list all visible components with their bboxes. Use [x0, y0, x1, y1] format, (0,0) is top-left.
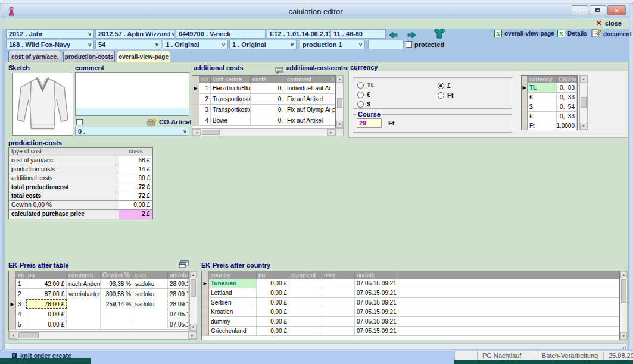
- table-row[interactable]: £ 0, 33: [522, 112, 577, 121]
- title-bar[interactable]: calulation editor — ✕: [2, 4, 629, 18]
- vertical-scrollbar[interactable]: ▲ ▼: [620, 271, 628, 340]
- scroll-down-button[interactable]: ▼: [336, 121, 343, 128]
- minimize-button[interactable]: —: [572, 5, 588, 15]
- table-row[interactable]: Lettland 0,00 £ 07.05.15 09:21: [202, 288, 619, 298]
- tab-overall-view-page[interactable]: overall-view-page: [117, 51, 170, 62]
- table-row[interactable]: dummy 0,00 £ 07.05.15 09:21: [202, 317, 619, 327]
- row-selector[interactable]: [202, 327, 209, 335]
- scroll-thumb[interactable]: [337, 98, 342, 108]
- model-combo[interactable]: 2012.57 . Aplin Wizzardv: [95, 29, 174, 39]
- row-selector[interactable]: [202, 317, 209, 326]
- size-combo[interactable]: 54v: [95, 40, 161, 49]
- row-selector[interactable]: ▶: [192, 83, 199, 93]
- table-row[interactable]: Kroatien 0,00 £ 07.05.15 09:21: [202, 307, 619, 317]
- scroll-down-button[interactable]: ▼: [190, 324, 197, 331]
- table-row[interactable]: Ft 1,0000: [522, 121, 577, 130]
- row-selector[interactable]: [202, 298, 209, 307]
- article-field[interactable]: 0449700 . V-neck: [176, 29, 266, 39]
- scroll-thumb[interactable]: [621, 279, 626, 303]
- table-row[interactable]: 1 42,00 £ nach Änderun 93,38 % sadoku 28…: [9, 279, 189, 289]
- horizontal-scrollbar[interactable]: ◄ ►: [192, 128, 336, 136]
- scroll-left-button[interactable]: ◄: [192, 129, 201, 136]
- table-row[interactable]: ▶ 1 Herzdruck/Bluse/ 0, Individuell auf …: [192, 83, 335, 94]
- table-row[interactable]: € 0, 33: [522, 93, 577, 102]
- table-row[interactable]: 4 Böwe 0, Fix auf Artikel: [192, 115, 335, 126]
- scroll-left-button[interactable]: ◄: [9, 332, 17, 339]
- details-button[interactable]: X Details: [557, 30, 587, 37]
- row-selector[interactable]: [522, 102, 528, 111]
- resize-grip-icon[interactable]: [621, 344, 626, 349]
- row-selector[interactable]: [192, 94, 199, 104]
- window-close-button[interactable]: ✕: [607, 5, 626, 15]
- row-selector[interactable]: [192, 105, 199, 115]
- protected-checkbox[interactable]: [406, 41, 412, 48]
- scroll-down-button[interactable]: ▼: [580, 123, 587, 130]
- quality-combo[interactable]: 1 . Originalv: [163, 40, 228, 49]
- row-selector[interactable]: ▶: [9, 299, 16, 309]
- table-row[interactable]: Serbien 0,00 £ 07.05.15 09:21: [202, 298, 619, 307]
- row-selector[interactable]: [522, 112, 528, 121]
- scroll-up-button[interactable]: ▲: [580, 76, 587, 83]
- horizontal-scrollbar[interactable]: ◄ ►: [8, 331, 197, 340]
- table-row-selected[interactable]: ▶ Tunesien 0,00 £ 07.05.15 09:21: [202, 279, 619, 288]
- table-row[interactable]: 5 0,00 £ 07.05.15: [9, 319, 189, 330]
- table-row[interactable]: 4 0,00 £ 07.05.15: [9, 309, 189, 319]
- vertical-scrollbar[interactable]: ▲ ▼: [579, 75, 588, 130]
- table-row[interactable]: $ 0, 54: [522, 102, 577, 112]
- row-selector[interactable]: ▶: [202, 279, 209, 288]
- reference-field[interactable]: E12 . 1.01.14.06.2.115: [267, 29, 330, 39]
- row-selector[interactable]: [9, 289, 16, 299]
- close-button[interactable]: ✕ close: [596, 19, 622, 27]
- scroll-up-button[interactable]: ▲: [620, 271, 627, 278]
- garment-icon[interactable]: [434, 28, 445, 41]
- scroll-thumb[interactable]: [202, 130, 220, 135]
- row-selector[interactable]: ▶: [522, 83, 528, 92]
- scroll-thumb[interactable]: [581, 97, 587, 108]
- tab-production-costs[interactable]: production-costs: [63, 51, 115, 62]
- table-row[interactable]: Griechenland 0,00 £ 07.05.15 09:21: [202, 327, 619, 336]
- overall-view-page-button[interactable]: X overall-view-page: [494, 30, 554, 37]
- radio-gbp[interactable]: [438, 83, 444, 89]
- table-row[interactable]: 3 Transportkosten 0, Fix auf Olymp Artik…: [192, 105, 335, 115]
- export-window-icon[interactable]: [179, 260, 189, 271]
- comment-checkbox[interactable]: [76, 119, 83, 125]
- table-row[interactable]: 2 Transportkosten 0, Fix auf Artikel: [192, 94, 335, 105]
- extra-field[interactable]: [368, 40, 404, 49]
- maximize-button[interactable]: [590, 5, 606, 15]
- tab-cost-of-yarn[interactable]: cost of yarn/acc.: [8, 51, 61, 62]
- scroll-thumb[interactable]: [191, 279, 196, 297]
- scroll-up-button[interactable]: ▲: [190, 271, 197, 278]
- comment-textarea[interactable]: [75, 72, 189, 116]
- course-input[interactable]: 29: [357, 118, 382, 128]
- vertical-scrollbar[interactable]: ▲ ▼: [336, 75, 344, 128]
- document-button[interactable]: document: [591, 29, 632, 40]
- production-combo[interactable]: production 1v: [300, 40, 365, 49]
- radio-usd[interactable]: [357, 101, 364, 108]
- table-row[interactable]: ▶ TL 0, 83: [522, 83, 577, 93]
- row-selector[interactable]: [522, 93, 528, 102]
- table-row[interactable]: 2 87,00 £ vereinbarter Pr 300,58 % sadok…: [9, 289, 189, 299]
- color-combo[interactable]: 168 . Wild Fox-Navyv: [6, 40, 94, 49]
- scroll-right-button[interactable]: ►: [188, 332, 197, 339]
- row-selector[interactable]: [522, 121, 528, 130]
- radio-eur[interactable]: [357, 92, 364, 98]
- selected-cell[interactable]: 78,00 £: [26, 299, 67, 309]
- vertical-scrollbar[interactable]: ▲ ▼: [189, 271, 197, 331]
- scroll-right-button[interactable]: ►: [327, 129, 335, 136]
- row-selector[interactable]: [202, 307, 209, 316]
- size-range-field[interactable]: 11 . 48-60: [330, 29, 386, 39]
- version-combo[interactable]: 1 . Originalv: [229, 40, 297, 49]
- row-selector[interactable]: [9, 279, 16, 288]
- row-selector[interactable]: [202, 288, 209, 297]
- row-selector[interactable]: [192, 115, 199, 125]
- scroll-thumb[interactable]: [18, 332, 39, 338]
- radio-tl[interactable]: [357, 82, 364, 89]
- scroll-up-button[interactable]: ▲: [336, 76, 343, 83]
- row-selector[interactable]: [9, 319, 16, 329]
- scroll-down-button[interactable]: ▼: [620, 332, 627, 340]
- year-combo[interactable]: 2012 . Jahrv: [6, 29, 94, 39]
- next-arrow-icon[interactable]: [407, 30, 416, 41]
- table-row-selected[interactable]: ▶ 3 78,00 £ 259,14 % sadoku 28.09.15: [9, 299, 189, 309]
- additional-cost-centre-button[interactable]: additional-cost-centre: [286, 65, 348, 71]
- radio-ft[interactable]: [438, 92, 444, 99]
